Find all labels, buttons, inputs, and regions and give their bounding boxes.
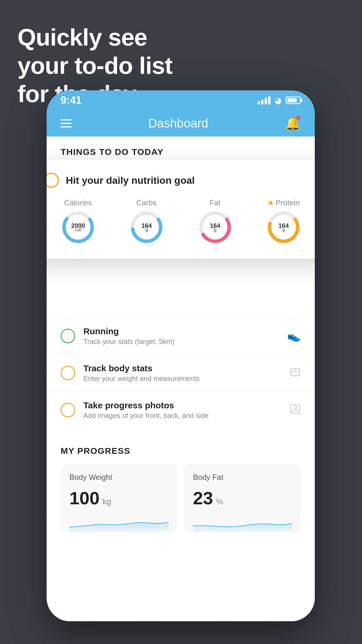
calories-donut: 2000 cal: [61, 210, 95, 244]
battery-icon: [286, 97, 301, 104]
protein-label: ★ Protein: [267, 198, 300, 207]
star-icon: ★: [267, 198, 274, 207]
todo-running[interactable]: Running Track your stats (target: 5km) 👟: [47, 317, 315, 354]
status-bar: 9:41 ◕: [47, 90, 315, 110]
nutrition-card: Hit your daily nutrition goal Calories 2…: [47, 160, 315, 259]
todo-circle-body: [61, 366, 75, 380]
todo-title-body: Track body stats: [83, 363, 282, 373]
fat-donut: 164 g: [198, 210, 232, 244]
todo-text-body: Track body stats Enter your weight and m…: [83, 363, 282, 383]
todo-subtitle-body: Enter your weight and measurements: [83, 374, 282, 383]
svg-text:g: g: [214, 227, 217, 232]
todo-subtitle-photos: Add images of your front, back, and side: [83, 412, 282, 420]
todo-text-running: Running Track your stats (target: 5km): [83, 326, 279, 346]
menu-button[interactable]: [61, 119, 72, 127]
headline-line2: your to-do list: [17, 52, 173, 80]
protein-donut: 164 g: [267, 210, 301, 244]
things-header: THINGS TO DO TODAY: [47, 136, 315, 163]
nutrition-protein: ★ Protein 164 g: [267, 198, 301, 244]
phone-shell: 9:41 ◕ Dashboard 🔔: [47, 90, 315, 621]
person-icon: [290, 403, 301, 417]
body-weight-number: 100: [69, 488, 99, 508]
body-fat-card[interactable]: Body Fat 23 %: [184, 464, 301, 533]
shoe-icon: 👟: [287, 330, 301, 342]
todo-title-photos: Take progress photos: [83, 400, 282, 410]
card-title-row: Hit your daily nutrition goal: [47, 173, 315, 188]
todo-text-photos: Take progress photos Add images of your …: [83, 400, 282, 420]
status-icons: ◕: [258, 96, 301, 105]
svg-text:g: g: [145, 227, 148, 232]
card-title: Hit your daily nutrition goal: [66, 175, 195, 186]
body-weight-chart: [69, 514, 168, 532]
todo-list: Running Track your stats (target: 5km) 👟…: [47, 317, 315, 428]
svg-text:g: g: [282, 227, 285, 232]
nav-title: Dashboard: [148, 116, 208, 130]
nutrition-calories: Calories 2000 cal: [61, 198, 95, 244]
notification-dot: [296, 116, 300, 120]
carbs-label: Carbs: [136, 198, 157, 207]
body-fat-unit: %: [216, 497, 223, 506]
progress-section: MY PROGRESS Body Weight 100 kg: [47, 446, 315, 547]
todo-circle-running: [61, 329, 75, 343]
nav-bar: Dashboard 🔔: [47, 110, 315, 136]
body-fat-title: Body Fat: [193, 473, 292, 482]
headline-line1: Quickly see: [17, 23, 173, 52]
nutrition-carbs: Carbs 164 g: [130, 198, 164, 244]
progress-header: MY PROGRESS: [61, 446, 301, 456]
nutrition-fat: Fat 164 g: [198, 198, 232, 244]
todo-title-running: Running: [83, 326, 279, 336]
nutrition-row: Calories 2000 cal Carbs: [47, 198, 315, 244]
body-fat-number: 23: [193, 488, 213, 508]
body-weight-title: Body Weight: [69, 473, 168, 482]
todo-check-nutrition[interactable]: [47, 173, 59, 188]
body-fat-value-row: 23 %: [193, 488, 292, 508]
progress-cards: Body Weight 100 kg: [61, 464, 301, 533]
svg-text:cal: cal: [75, 227, 81, 232]
todo-subtitle-running: Track your stats (target: 5km): [83, 337, 279, 346]
notification-button[interactable]: 🔔: [285, 116, 301, 131]
body-fat-chart: [193, 514, 292, 532]
todo-photos[interactable]: Take progress photos Add images of your …: [47, 391, 315, 428]
svg-point-20: [294, 406, 297, 409]
todo-track-body[interactable]: Track body stats Enter your weight and m…: [47, 354, 315, 391]
scale-icon: [290, 366, 301, 380]
signal-icon: [258, 96, 270, 104]
content-area: THINGS TO DO TODAY Hit your daily nutrit…: [47, 136, 315, 621]
wifi-icon: ◕: [275, 96, 282, 105]
todo-circle-photos: [61, 403, 75, 417]
phone-inner: 9:41 ◕ Dashboard 🔔: [47, 90, 315, 621]
body-weight-value-row: 100 kg: [69, 488, 168, 508]
status-time: 9:41: [61, 94, 82, 106]
fat-label: Fat: [210, 198, 221, 207]
body-weight-card[interactable]: Body Weight 100 kg: [61, 464, 177, 533]
carbs-donut: 164 g: [130, 210, 164, 244]
calories-label: Calories: [64, 198, 92, 207]
body-weight-unit: kg: [102, 497, 111, 506]
